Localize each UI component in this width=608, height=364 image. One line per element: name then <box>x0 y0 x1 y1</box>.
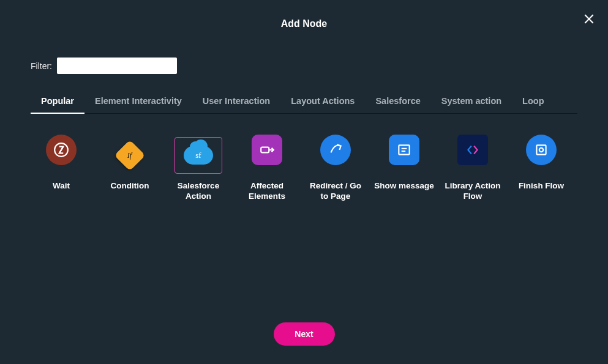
dialog-title: Add Node <box>0 0 608 29</box>
node-icon-frame <box>517 137 565 174</box>
node-label: Salesforce Action <box>168 181 229 202</box>
node-affected-elements[interactable]: Affected Elements <box>236 137 298 202</box>
node-library-action-flow[interactable]: Library Action Flow <box>442 137 503 202</box>
tab-layout-actions[interactable]: Layout Actions <box>280 96 365 113</box>
node-label: Condition <box>111 181 149 191</box>
svg-rect-4 <box>399 145 409 154</box>
close-button[interactable] <box>581 11 597 27</box>
node-condition[interactable]: If Condition <box>99 137 160 202</box>
finish-flow-icon <box>526 135 557 165</box>
tab-user-interaction[interactable]: User Interaction <box>192 96 280 113</box>
svg-rect-7 <box>536 145 546 154</box>
node-label: Finish Flow <box>519 181 564 191</box>
node-icon-frame <box>380 137 428 174</box>
elements-icon <box>252 135 282 165</box>
tab-popular[interactable]: Popular <box>31 96 84 113</box>
node-label: Show message <box>374 181 434 191</box>
close-icon <box>583 13 595 25</box>
diamond-if-icon: If <box>114 140 146 171</box>
node-icon-frame <box>312 137 359 174</box>
node-icon-frame <box>243 137 291 174</box>
next-button[interactable]: Next <box>274 322 335 346</box>
library-flow-icon <box>457 135 488 165</box>
redirect-arrow-icon <box>320 135 351 165</box>
node-show-message[interactable]: Show message <box>373 137 435 202</box>
hourglass-icon <box>46 135 77 165</box>
node-icon-frame <box>37 137 85 174</box>
node-salesforce-action[interactable]: sf Salesforce Action <box>168 137 229 202</box>
tab-system-action[interactable]: System action <box>431 96 512 113</box>
node-icon-frame: If <box>106 137 154 174</box>
node-icon-frame: sf <box>175 137 222 174</box>
tab-element-interactivity[interactable]: Element Interactivity <box>84 96 192 113</box>
svg-point-8 <box>539 148 544 152</box>
svg-rect-3 <box>261 147 269 153</box>
filter-label: Filter: <box>31 61 52 71</box>
filter-row: Filter: <box>0 29 608 74</box>
node-wait[interactable]: Wait <box>31 137 92 202</box>
node-label: Wait <box>53 181 70 191</box>
tab-salesforce[interactable]: Salesforce <box>365 96 430 113</box>
node-label: Affected Elements <box>236 181 298 202</box>
node-redirect[interactable]: Redirect / Go to Page <box>305 137 366 202</box>
tab-bar: Popular Element Interactivity User Inter… <box>31 96 577 114</box>
node-finish-flow[interactable]: Finish Flow <box>511 137 572 202</box>
node-grid: Wait If Condition sf Salesforce Action A… <box>0 114 608 202</box>
salesforce-cloud-icon: sf <box>184 146 213 165</box>
filter-input[interactable] <box>57 58 177 74</box>
add-node-dialog: Add Node Filter: Popular Element Interac… <box>0 0 608 364</box>
node-icon-frame <box>449 137 497 174</box>
tab-loop[interactable]: Loop <box>512 96 554 113</box>
node-label: Library Action Flow <box>442 181 503 202</box>
message-icon <box>389 135 419 165</box>
node-label: Redirect / Go to Page <box>305 181 366 202</box>
